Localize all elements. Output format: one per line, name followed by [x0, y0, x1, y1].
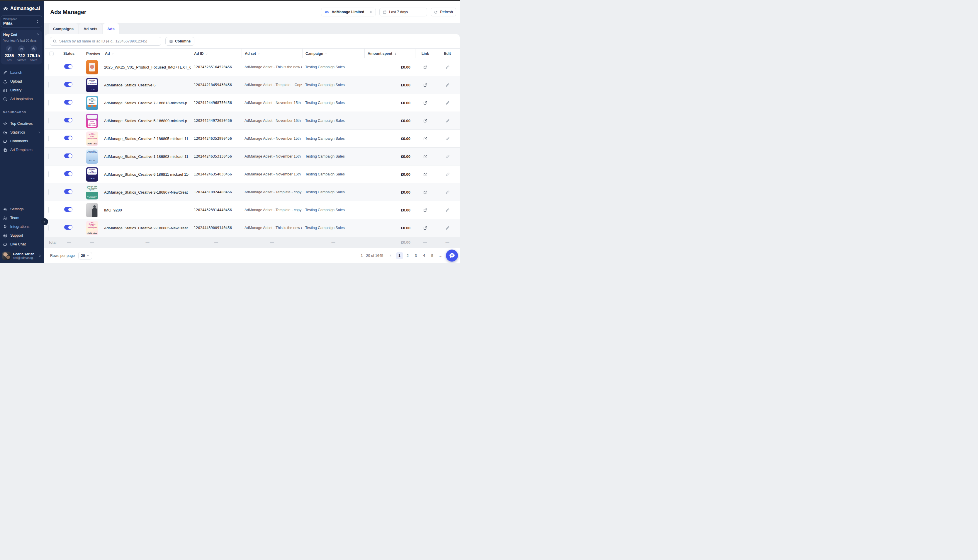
column-header-ad-set[interactable]: Ad set [242, 48, 302, 58]
ad-account-selector[interactable]: AdManage Limited [321, 8, 376, 17]
status-toggle[interactable] [64, 171, 72, 176]
status-toggle[interactable] [64, 118, 72, 122]
ad-name[interactable]: IMG_9280 [104, 208, 191, 212]
external-link-icon[interactable] [415, 83, 435, 87]
row-checkbox[interactable] [48, 136, 49, 141]
tab[interactable]: Ads [103, 23, 119, 34]
ad-preview-thumbnail[interactable] [86, 60, 98, 74]
sidebar-item-ad-templates[interactable]: Ad Templates [0, 145, 44, 154]
row-checkbox[interactable] [48, 153, 49, 159]
row-checkbox[interactable] [48, 225, 49, 230]
previous-page-button[interactable] [388, 253, 393, 257]
ad-name[interactable]: AdManage_Statics_Creative 6 [104, 83, 191, 87]
status-toggle[interactable] [64, 153, 72, 158]
row-checkbox[interactable] [48, 189, 49, 195]
tab[interactable]: Ad sets [79, 23, 102, 34]
ad-name[interactable]: AdManage_Statics_Creative 7-186813-micka… [104, 101, 191, 105]
sidebar-item-comments[interactable]: Comments [0, 137, 44, 145]
ad-preview-thumbnail[interactable]: Launch 100s of Ads in <1min. [86, 149, 98, 164]
edit-icon[interactable] [435, 190, 460, 195]
brand-logo[interactable]: Admanage.ai [0, 1, 44, 14]
ad-preview-thumbnail[interactable]: Automate Your Ad Workflows [86, 78, 98, 92]
edit-icon[interactable] [435, 226, 460, 230]
close-icon[interactable] [37, 33, 40, 36]
external-link-icon[interactable] [415, 190, 435, 195]
sidebar-item-library[interactable]: Library [0, 86, 44, 95]
edit-icon[interactable] [435, 65, 460, 69]
sidebar-collapse-button[interactable] [41, 218, 48, 225]
status-toggle[interactable] [64, 100, 72, 105]
sidebar-item-statistics[interactable]: Statistics [0, 128, 44, 137]
ad-preview-thumbnail[interactable]: 95% Reduction in Ad Launching Time [86, 132, 98, 146]
user-menu[interactable]: Cedric Yarish ced@admanag... [0, 249, 44, 263]
external-link-icon[interactable] [415, 65, 435, 69]
edit-icon[interactable] [435, 172, 460, 177]
ad-name[interactable]: AdManage_Statics_Creative 2-186805-NewCr… [104, 226, 191, 230]
ad-preview-thumbnail[interactable]: Still Uploading Ads Manually? [86, 96, 98, 110]
ad-preview-thumbnail[interactable]: Automate Your Ad Workflows [86, 167, 98, 182]
external-link-icon[interactable] [415, 208, 435, 212]
sidebar-item-integrations[interactable]: Integrations [0, 222, 44, 231]
edit-icon[interactable] [435, 118, 460, 123]
edit-icon[interactable] [435, 154, 460, 159]
sidebar-item-live-chat[interactable]: Live Chat [0, 240, 44, 249]
page-button[interactable]: 4 [421, 252, 428, 259]
column-header-campaign[interactable]: Campaign [302, 48, 364, 58]
ad-name[interactable]: AdManage_Statics_Creative 1 186803 micka… [104, 154, 191, 159]
tab[interactable]: Campaigns [48, 23, 78, 34]
sidebar-item-support[interactable]: Support [0, 231, 44, 240]
workspace-selector[interactable]: Workspace Pihla [1, 15, 42, 28]
status-toggle[interactable] [64, 189, 72, 194]
column-header-amount-spent[interactable]: Amount spent [364, 48, 415, 58]
sidebar-item-ad-inspiration[interactable]: Ad Inspiration [0, 95, 44, 103]
columns-button[interactable]: Columns [166, 37, 194, 46]
status-toggle[interactable] [64, 64, 72, 69]
ad-name[interactable]: AdManage_Statics_Creative 5-186809-micka… [104, 118, 191, 123]
select-all-checkbox[interactable] [49, 52, 53, 56]
ad-preview-thumbnail[interactable]: 1 click 1 minute 100s of ads [86, 113, 98, 128]
external-link-icon[interactable] [415, 101, 435, 105]
search-input[interactable] [50, 37, 161, 46]
page-button[interactable]: 5 [429, 252, 436, 259]
ad-name[interactable]: 2025_WK25_V01_Product_Focused_IMG+TEXT_C [104, 65, 191, 69]
external-link-icon[interactable] [415, 172, 435, 177]
row-checkbox[interactable] [48, 82, 49, 88]
sidebar-item-settings[interactable]: Settings [0, 205, 44, 213]
sidebar-item-top-creatives[interactable]: Top Creatives [0, 119, 44, 128]
edit-icon[interactable] [435, 83, 460, 87]
external-link-icon[interactable] [415, 154, 435, 159]
sidebar-item-upload[interactable]: Upload [0, 77, 44, 86]
date-range-selector[interactable]: Last 7 days [379, 8, 427, 17]
page-button[interactable]: 1 [396, 252, 403, 259]
column-header-ad-id[interactable]: Ad ID [191, 48, 242, 58]
row-checkbox[interactable] [48, 171, 49, 177]
status-toggle[interactable] [64, 136, 72, 140]
column-header-ad[interactable]: Ad [104, 48, 191, 58]
refresh-button[interactable]: Refresh [431, 8, 456, 17]
ad-preview-thumbnail[interactable] [86, 203, 98, 217]
live-chat-fab[interactable] [446, 250, 458, 262]
ad-name[interactable]: AdManage_Statics_Creative 2 186805 micka… [104, 137, 191, 141]
edit-icon[interactable] [435, 208, 460, 212]
edit-icon[interactable] [435, 137, 460, 141]
status-toggle[interactable] [64, 225, 72, 230]
row-checkbox[interactable] [48, 100, 49, 105]
row-checkbox[interactable] [48, 118, 49, 123]
external-link-icon[interactable] [415, 226, 435, 230]
sidebar-item-launch[interactable]: Launch [0, 68, 44, 77]
ad-preview-thumbnail[interactable]: Free Your Team From Repetitive Uploads. [86, 185, 98, 200]
status-toggle[interactable] [64, 207, 72, 212]
external-link-icon[interactable] [415, 137, 435, 141]
page-button[interactable]: 3 [413, 252, 420, 259]
ad-name[interactable]: AdManage_Statics_Creative 3-186807-NewCr… [104, 190, 191, 195]
row-checkbox[interactable] [48, 207, 49, 213]
status-toggle[interactable] [64, 82, 72, 87]
sidebar-item-team[interactable]: Team [0, 213, 44, 222]
ad-preview-thumbnail[interactable]: 95% Reduction in Ad Launching Time [86, 221, 98, 235]
ad-name[interactable]: AdManage_Statics_Creative 6 186811 micka… [104, 172, 191, 177]
rows-per-page-select[interactable]: 20 [78, 252, 92, 260]
external-link-icon[interactable] [415, 118, 435, 123]
edit-icon[interactable] [435, 101, 460, 105]
row-checkbox[interactable] [48, 64, 49, 70]
page-button[interactable]: 2 [404, 252, 411, 259]
